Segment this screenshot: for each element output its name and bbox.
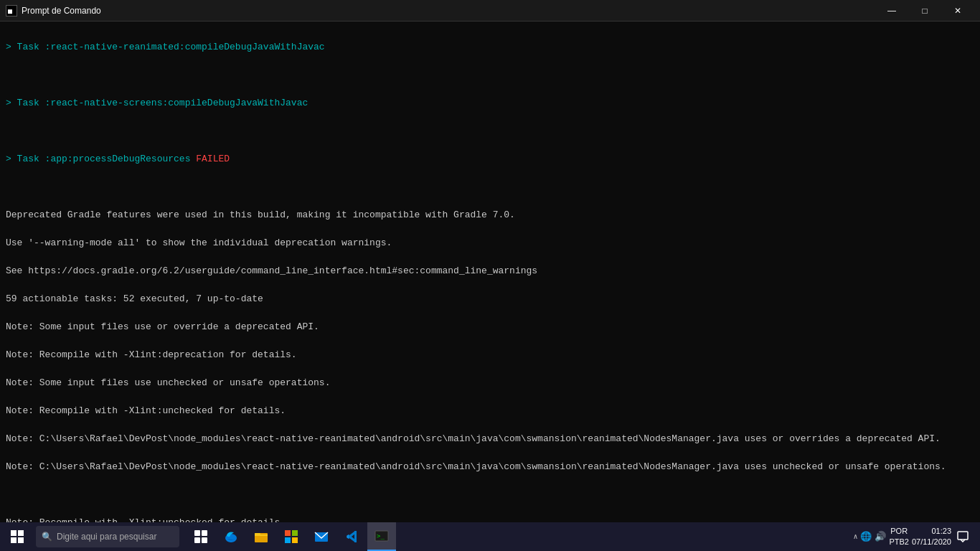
svg-rect-5 (18, 537, 24, 543)
terminal-line: Use '--warning-mode all' to show the ind… (6, 236, 974, 250)
app-icon: ■ (6, 5, 17, 17)
clock[interactable]: 01:23 07/11/2020 (912, 526, 951, 548)
taskbar-search[interactable]: 🔍 Digite aqui para pesquisar (36, 526, 179, 547)
terminal-line (6, 124, 974, 138)
close-button[interactable]: ✕ (941, 0, 974, 22)
terminal-line (6, 68, 974, 83)
titlebar: ■ Prompt de Comando — □ ✕ (0, 0, 980, 22)
minimize-button[interactable]: — (875, 0, 908, 22)
svg-rect-15 (285, 537, 291, 543)
language-code: POR (889, 526, 909, 537)
file-explorer-button[interactable] (247, 522, 275, 551)
svg-rect-4 (11, 537, 17, 543)
terminal-line: Note: C:\Users\Rafael\DevPost\node_modul… (6, 432, 974, 446)
time-display: 01:23 (912, 526, 951, 537)
terminal-line: See https://docs.gradle.org/6.2/userguid… (6, 264, 974, 278)
terminal-line: Note: C:\Users\Rafael\DevPost\node_modul… (6, 460, 974, 474)
svg-rect-16 (292, 537, 298, 543)
svg-rect-6 (194, 530, 200, 536)
system-tray-icons: 🌐 🔊 (860, 531, 886, 542)
search-placeholder: Digite aqui para pesquisar (57, 532, 156, 542)
terminal-output: > Task :react-native-reanimated:compileD… (0, 22, 980, 522)
terminal-line (6, 488, 974, 502)
taskbar-app-icons: >_ (187, 522, 396, 551)
window-title: Prompt de Comando (22, 6, 101, 16)
date-display: 07/11/2020 (912, 537, 951, 547)
terminal-line: > Task :react-native-reanimated:compileD… (6, 40, 974, 55)
terminal-line-task-failed: > Task :app:processDebugResources FAILED (6, 152, 974, 166)
edge-button[interactable] (217, 522, 245, 551)
titlebar-left: ■ Prompt de Comando (6, 5, 101, 17)
svg-rect-7 (202, 530, 207, 536)
svg-rect-21 (958, 532, 968, 540)
terminal-line: 59 actionable tasks: 52 executed, 7 up-t… (6, 292, 974, 306)
window-controls: — □ ✕ (875, 0, 974, 22)
terminal-button[interactable]: >_ (367, 522, 396, 551)
terminal-line: Note: Recompile with -Xlint:deprecation … (6, 348, 974, 362)
system-tray-expand[interactable]: ∧ (853, 532, 857, 541)
network-icon: 🌐 (860, 531, 872, 542)
store-button[interactable] (277, 522, 306, 551)
svg-rect-3 (18, 530, 24, 536)
maximize-button[interactable]: □ (908, 0, 941, 22)
mail-button[interactable] (307, 522, 336, 551)
start-button[interactable] (3, 522, 32, 551)
svg-rect-13 (285, 530, 291, 536)
terminal-line: Note: Recompile with -Xlint:unchecked fo… (6, 516, 974, 523)
language-variant: PTB2 (889, 537, 909, 547)
volume-icon: 🔊 (875, 531, 886, 542)
svg-rect-14 (292, 530, 298, 536)
svg-rect-9 (202, 537, 207, 543)
taskbar-right: ∧ 🌐 🔊 POR PTB2 01:23 07/11/2020 (853, 522, 977, 551)
svg-text:>_: >_ (377, 532, 385, 540)
terminal-line: Note: Some input files use unchecked or … (6, 376, 974, 390)
terminal-line: Note: Some input files use or override a… (6, 320, 974, 334)
svg-rect-8 (194, 537, 200, 543)
svg-rect-2 (11, 530, 17, 536)
terminal-line: > Task :react-native-screens:compileDebu… (6, 96, 974, 110)
taskview-button[interactable] (187, 522, 215, 551)
terminal-line (6, 180, 974, 194)
terminal-line: Deprecated Gradle features were used in … (6, 208, 974, 222)
notification-button[interactable] (954, 522, 971, 551)
vscode-button[interactable] (337, 522, 366, 551)
svg-rect-12 (255, 533, 260, 535)
taskbar: 🔍 Digite aqui para pesquisar (0, 522, 980, 551)
terminal-line: Note: Recompile with -Xlint:unchecked fo… (6, 404, 974, 418)
svg-rect-18 (354, 531, 357, 542)
svg-text:■: ■ (8, 7, 12, 15)
search-icon: 🔍 (42, 532, 52, 542)
language-indicator[interactable]: POR PTB2 (889, 526, 909, 548)
